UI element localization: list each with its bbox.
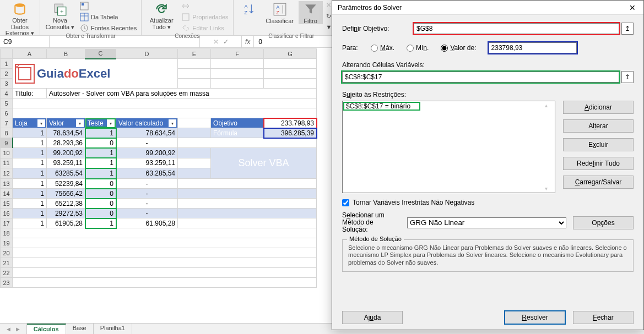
filter-dropdown-icon[interactable]: ▾ (76, 119, 84, 127)
radio-min[interactable]: Mín. (407, 44, 429, 52)
atualizar-label: Atualizar Tudo ▾ (150, 18, 174, 30)
row-header[interactable]: 11 (1, 158, 13, 168)
row-header[interactable]: 2 (1, 69, 13, 79)
sheet-nav-first-icon[interactable]: ◄ (6, 326, 12, 332)
row-header[interactable]: 21 (1, 258, 13, 268)
atualizar-tudo-button[interactable]: Atualizar Tudo ▾ (145, 1, 178, 30)
col-header[interactable]: G (264, 49, 317, 59)
opcoes-button[interactable]: Opções (573, 216, 634, 229)
filter-dropdown-icon[interactable]: ▾ (107, 119, 115, 127)
svg-text:A: A (244, 3, 248, 9)
alterar-button[interactable]: Alterar (563, 119, 634, 133)
conexoes-button (180, 1, 229, 11)
fechar-button[interactable]: Fechar (573, 311, 634, 324)
scroll-down-icon[interactable]: ▾ (545, 185, 553, 191)
table-header-valorcalc[interactable]: Valor calculado▾ (116, 118, 178, 128)
obter-dados-externos-button[interactable]: Obter Dados Externos ▾ (3, 1, 36, 37)
row-header[interactable]: 16 (1, 209, 13, 218)
col-header[interactable]: C (85, 49, 116, 59)
row-header[interactable]: 19 (1, 238, 13, 248)
row-header[interactable]: 17 (1, 218, 13, 228)
alterando-input[interactable] (342, 72, 619, 83)
metodo-descricao-box: Método de Solução Selecione o mecanismo … (342, 239, 634, 272)
row-header[interactable]: 4 (1, 89, 13, 98)
close-icon[interactable]: ✕ (624, 2, 641, 14)
properties-icon (181, 13, 190, 21)
redefinir-button[interactable]: Redefinir Tudo (563, 157, 634, 170)
filtro-button[interactable]: Filtro (299, 1, 323, 24)
row-header[interactable]: 5 (1, 98, 13, 108)
row-header[interactable]: 10 (1, 148, 13, 158)
classificar-button[interactable]: AZ Classificar (263, 1, 296, 24)
row-header[interactable]: 1 (1, 59, 13, 69)
sort-asc-button[interactable]: AZ (237, 1, 261, 18)
propriedades-label: Propriedades (192, 14, 228, 20)
row-header[interactable]: 22 (1, 268, 13, 278)
svg-text:+: + (60, 8, 63, 15)
mostrar-consultas-button[interactable] (79, 1, 138, 11)
table-header-teste[interactable]: Teste▾ (85, 118, 116, 128)
row-header[interactable]: 3 (1, 79, 13, 89)
metodo-select[interactable]: GRG Não Linear (407, 217, 566, 228)
valor-de-input[interactable] (489, 42, 577, 53)
svg-point-0 (15, 3, 24, 7)
svg-rect-13 (274, 3, 286, 15)
excluir-button[interactable]: Excluir (563, 138, 634, 151)
sheet-tab-calculos[interactable]: Cálculos (27, 324, 66, 334)
connections-icon (181, 2, 190, 10)
col-header[interactable]: F (211, 49, 264, 59)
cancel-formula-icon[interactable]: ✕ (213, 38, 219, 46)
row-header[interactable]: 20 (1, 248, 13, 258)
sheet-nav-prev-icon[interactable]: ► (15, 326, 21, 332)
row-header[interactable]: 23 (1, 278, 13, 288)
row-header[interactable]: 8 (1, 128, 13, 138)
filter-dropdown-icon[interactable]: ▾ (169, 119, 176, 127)
radio-max[interactable]: Máx. (371, 44, 394, 52)
adicionar-button[interactable]: Adicionar (563, 101, 634, 114)
radio-valor-de[interactable]: Valor de: (441, 44, 476, 52)
ajuda-button[interactable]: Ajuda (342, 311, 403, 324)
sheet-tab-planilha1[interactable]: Planilha1 (94, 324, 132, 334)
scroll-up-icon[interactable]: ▴ (545, 102, 553, 108)
col-header[interactable]: D (116, 49, 178, 59)
filter-dropdown-icon[interactable]: ▾ (37, 119, 45, 127)
sheet-tab-base[interactable]: Base (66, 324, 94, 334)
da-tabela-label: Da Tabela (91, 14, 118, 20)
nova-consulta-button[interactable]: + Nova Consulta ▾ (44, 1, 77, 30)
row-header[interactable]: 13 (1, 179, 13, 189)
active-cell[interactable]: 0 (85, 138, 116, 148)
col-header[interactable]: A (13, 49, 47, 59)
row-header[interactable]: 7 (1, 118, 13, 128)
row-header[interactable]: 9 (1, 138, 13, 148)
solver-vba-button[interactable]: Solver VBA (211, 148, 317, 179)
editar-links-label: Editar Links (192, 25, 224, 31)
sujeito-label: Sujeito às Restrições: (342, 91, 634, 98)
accept-formula-icon[interactable]: ✓ (223, 38, 229, 46)
name-box[interactable]: C9 (0, 36, 50, 47)
col-header[interactable]: E (178, 49, 211, 59)
resolver-button[interactable]: Resolver (505, 311, 565, 324)
table-header-loja[interactable]: Loja▾ (13, 118, 47, 128)
row-header[interactable]: 15 (1, 199, 13, 209)
table-header-valor[interactable]: Valor▾ (47, 118, 85, 128)
range-picker-button[interactable]: ↥ (621, 71, 634, 83)
da-tabela-button[interactable]: Da Tabela (79, 12, 138, 22)
col-header[interactable]: B (47, 49, 85, 59)
objetivo-input[interactable] (414, 23, 619, 34)
fx-icon[interactable]: fx (242, 36, 254, 47)
svg-text:A: A (276, 4, 279, 10)
row-header[interactable]: 14 (1, 189, 13, 199)
svg-rect-10 (182, 14, 189, 20)
range-picker-button[interactable]: ↥ (621, 23, 634, 35)
carregar-salvar-button[interactable]: Carregar/Salvar (563, 176, 634, 189)
row-header[interactable]: 18 (1, 228, 13, 238)
nao-negativas-checkbox[interactable]: Tornar Variáveis Irrestritas Não Negativ… (342, 199, 634, 206)
row-header[interactable]: 12 (1, 168, 13, 179)
restrictions-list[interactable]: $C$8:$C$17 = binário ▴▾ (342, 101, 555, 193)
formula-value: 396.285,39 (264, 128, 317, 138)
title-label: Título: (13, 89, 47, 98)
database-icon (13, 2, 27, 17)
select-all-corner[interactable] (1, 49, 13, 59)
row-header[interactable]: 6 (1, 108, 13, 118)
fontes-recentes-button[interactable]: Fontes Recentes (79, 23, 138, 33)
